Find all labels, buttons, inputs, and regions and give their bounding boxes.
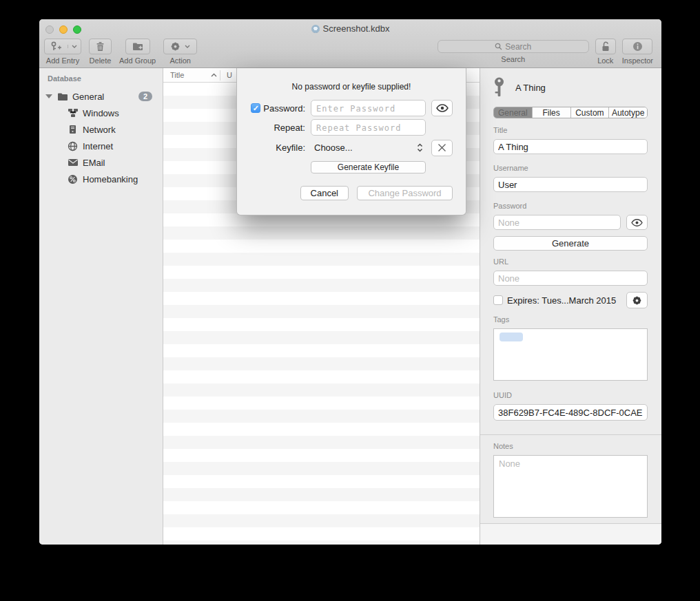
change-password-button[interactable]: Change Password bbox=[357, 186, 453, 200]
stepper-icon bbox=[417, 143, 423, 152]
delete-button[interactable] bbox=[89, 39, 112, 54]
add-entry-label: Add Entry bbox=[46, 56, 79, 65]
toolbar-left: Add Entry Delete Add Group bbox=[44, 39, 197, 65]
clear-keyfile-button[interactable] bbox=[431, 140, 453, 156]
sidebar-item-label: Network bbox=[83, 125, 116, 135]
titlebar-toolbar: Screenshot.kdbx Add Entry bbox=[39, 19, 661, 68]
sheet-buttons: Cancel Change Password bbox=[237, 186, 466, 200]
keyfile-popup[interactable]: Choose... bbox=[311, 143, 426, 153]
toolbar-search: Search Search bbox=[438, 39, 589, 63]
sidebar-item-label: Windows bbox=[83, 108, 119, 118]
lock-label: Lock bbox=[597, 56, 613, 65]
sidebar-item-label: General bbox=[72, 92, 104, 102]
inspector-footer bbox=[480, 524, 661, 545]
chevron-down-icon bbox=[185, 45, 190, 48]
password-row bbox=[493, 215, 648, 230]
info-icon bbox=[632, 41, 643, 52]
search-placeholder: Search bbox=[505, 42, 531, 52]
tab-general[interactable]: General bbox=[494, 107, 532, 118]
keyfile-popup-value: Choose... bbox=[314, 143, 353, 153]
sort-ascending-icon bbox=[211, 73, 217, 77]
toolbar-inspector: Inspector bbox=[622, 39, 653, 65]
tab-custom[interactable]: Custom bbox=[570, 107, 609, 118]
enter-password-field[interactable] bbox=[311, 100, 426, 116]
column-divider[interactable] bbox=[220, 70, 220, 81]
expires-label: Expires: Tues...March 2015 bbox=[507, 295, 616, 306]
window-title: Screenshot.kdbx bbox=[39, 23, 661, 34]
keyfile-label: Keyfile: bbox=[276, 143, 305, 153]
tab-files[interactable]: Files bbox=[532, 107, 570, 118]
key-icon bbox=[493, 77, 505, 98]
server-icon bbox=[67, 125, 79, 134]
key-plus-icon bbox=[45, 41, 68, 52]
search-input[interactable]: Search bbox=[438, 40, 589, 53]
expires-checkbox[interactable] bbox=[493, 295, 503, 305]
password-checkbox[interactable]: ✓ bbox=[251, 103, 260, 113]
sidebar-item-internet[interactable]: Internet bbox=[39, 138, 163, 154]
toolbar-lock: Lock bbox=[595, 39, 616, 65]
uuid-field[interactable] bbox=[493, 404, 648, 421]
toolbar-action: Action bbox=[163, 39, 197, 65]
sheet-message: No password or keyfile supplied! bbox=[237, 82, 466, 92]
title-field[interactable] bbox=[493, 139, 648, 154]
title-label: Title bbox=[493, 126, 648, 134]
uuid-label: UUID bbox=[493, 391, 648, 399]
delete-label: Delete bbox=[90, 56, 112, 65]
username-label: Username bbox=[493, 164, 648, 172]
inspector-label: Inspector bbox=[622, 56, 653, 65]
disclosure-triangle-icon[interactable] bbox=[45, 94, 52, 98]
password-label: Password: bbox=[263, 103, 305, 114]
reveal-password-button[interactable] bbox=[626, 215, 648, 230]
window-title-text: Screenshot.kdbx bbox=[323, 23, 390, 34]
add-group-button[interactable] bbox=[125, 39, 150, 54]
sidebar-item-homebanking[interactable]: Homebanking bbox=[39, 171, 163, 187]
count-badge: 2 bbox=[138, 92, 152, 101]
document-icon bbox=[311, 25, 320, 33]
folder-icon bbox=[56, 92, 68, 101]
sidebar-item-email[interactable]: EMail bbox=[39, 154, 163, 171]
sidebar-item-windows[interactable]: Windows bbox=[39, 105, 163, 121]
inspector-button[interactable] bbox=[622, 39, 652, 54]
lock-button[interactable] bbox=[595, 39, 616, 54]
password-row: ✓ Password: bbox=[237, 100, 466, 116]
generate-keyfile-button[interactable]: Generate Keyfile bbox=[311, 161, 426, 173]
trash-icon bbox=[96, 41, 105, 52]
eye-icon bbox=[436, 104, 449, 112]
add-group-label: Add Group bbox=[119, 56, 156, 65]
expires-settings-button[interactable] bbox=[626, 292, 648, 308]
tags-field[interactable] bbox=[493, 328, 648, 381]
column-header-title[interactable]: Title bbox=[163, 71, 220, 79]
search-label: Search bbox=[501, 55, 525, 63]
search-icon bbox=[495, 43, 502, 50]
eye-icon bbox=[631, 219, 643, 226]
toolbar-add-group: Add Group bbox=[119, 39, 156, 65]
generate-keyfile-row: Generate Keyfile bbox=[237, 160, 466, 173]
sidebar-item-network[interactable]: Network bbox=[39, 121, 163, 138]
tab-autotype[interactable]: Autotype bbox=[608, 107, 647, 118]
sidebar-item-label: EMail bbox=[83, 158, 105, 168]
column-header-username[interactable]: U bbox=[227, 71, 232, 79]
sidebar-item-general[interactable]: General 2 bbox=[39, 88, 163, 105]
tag-token[interactable] bbox=[500, 333, 523, 341]
lock-open-icon bbox=[601, 41, 610, 52]
reveal-password-button[interactable] bbox=[431, 100, 453, 116]
percent-icon bbox=[67, 174, 79, 184]
cancel-button[interactable]: Cancel bbox=[300, 186, 349, 200]
add-entry-dropdown[interactable] bbox=[68, 45, 81, 48]
password-field[interactable] bbox=[493, 215, 621, 230]
action-button[interactable] bbox=[163, 39, 197, 54]
entry-header: A Thing bbox=[493, 76, 648, 98]
notes-label: Notes bbox=[493, 442, 648, 450]
username-field[interactable] bbox=[493, 177, 648, 192]
notes-field[interactable] bbox=[493, 455, 648, 518]
url-field[interactable] bbox=[493, 271, 648, 286]
generate-password-button[interactable]: Generate bbox=[493, 236, 648, 251]
sidebar: Database General 2 Windows Network bbox=[39, 68, 163, 545]
inspector-panel: A Thing General Files Custom Autotype Ti… bbox=[480, 68, 661, 545]
change-password-sheet: No password or keyfile supplied! ✓ Passw… bbox=[236, 68, 466, 215]
action-label: Action bbox=[169, 56, 191, 65]
add-entry-button[interactable] bbox=[44, 39, 81, 54]
envelope-icon bbox=[67, 158, 79, 167]
gear-icon bbox=[632, 295, 642, 306]
repeat-password-field[interactable] bbox=[311, 119, 426, 136]
